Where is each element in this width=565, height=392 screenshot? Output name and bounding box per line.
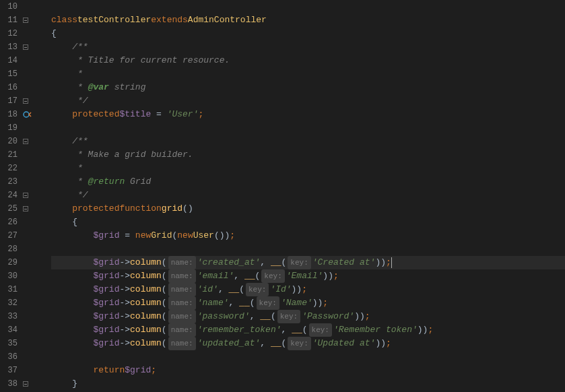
code-line[interactable]: * @var string bbox=[51, 81, 565, 94]
gutter-line[interactable]: 13 bbox=[0, 40, 48, 54]
fold-icon[interactable] bbox=[23, 98, 28, 104]
code-area[interactable]: class testController extends AdminContro… bbox=[48, 0, 565, 392]
param-hint: name: bbox=[168, 310, 196, 323]
code-line[interactable]: /** bbox=[51, 135, 565, 148]
gutter-line[interactable]: 28 bbox=[0, 242, 48, 256]
code-line[interactable]: $grid = new Grid(new User()); bbox=[51, 229, 565, 242]
gutter-line[interactable]: 11 bbox=[0, 13, 48, 27]
code-line[interactable]: * @return Grid bbox=[51, 175, 565, 189]
code-line[interactable]: return $grid; bbox=[51, 364, 565, 377]
gutter-line[interactable]: 16 bbox=[0, 81, 48, 94]
gutter-line[interactable]: 20 bbox=[0, 135, 48, 148]
fold-icon[interactable] bbox=[23, 193, 28, 198]
gutter-line[interactable]: 32 bbox=[0, 296, 48, 310]
gutter-line[interactable]: 15 bbox=[0, 67, 48, 81]
param-hint: key: bbox=[261, 269, 284, 283]
code-line[interactable]: */ bbox=[51, 94, 565, 108]
code-line[interactable]: class testController extends AdminContro… bbox=[51, 13, 565, 27]
code-line[interactable]: * bbox=[51, 162, 565, 175]
code-line[interactable] bbox=[51, 0, 565, 13]
caret-icon bbox=[391, 257, 392, 268]
code-line[interactable]: $grid->column(name:'remember_token', __(… bbox=[51, 323, 565, 337]
param-hint: key: bbox=[246, 283, 269, 296]
fold-icon[interactable] bbox=[23, 381, 28, 387]
code-line[interactable] bbox=[51, 350, 565, 364]
code-line[interactable]: $grid->column(name:'name', __(key:'Name'… bbox=[51, 296, 565, 310]
fold-icon[interactable] bbox=[23, 206, 28, 211]
fold-icon[interactable] bbox=[23, 18, 28, 23]
code-line[interactable] bbox=[51, 242, 565, 256]
gutter-line[interactable]: 26 bbox=[0, 216, 48, 229]
param-hint: name: bbox=[168, 296, 196, 310]
gutter-line[interactable]: 37 bbox=[0, 364, 48, 377]
gutter-marker-icon[interactable] bbox=[23, 110, 32, 119]
param-hint: key: bbox=[288, 337, 310, 350]
code-line[interactable]: $grid->column(name:'password', __(key:'P… bbox=[51, 310, 565, 323]
code-line[interactable]: protected function grid() bbox=[51, 202, 565, 216]
code-line[interactable] bbox=[51, 121, 565, 135]
param-hint: name: bbox=[168, 283, 196, 296]
code-line[interactable]: { bbox=[51, 216, 565, 229]
param-hint: key: bbox=[309, 323, 332, 337]
gutter-line[interactable]: 36 bbox=[0, 350, 48, 364]
gutter-line[interactable]: 18 bbox=[0, 108, 48, 121]
gutter-line[interactable]: 29 bbox=[0, 256, 48, 269]
code-line[interactable]: */ bbox=[51, 189, 565, 202]
gutter-line[interactable]: 23 bbox=[0, 175, 48, 189]
gutter-line[interactable]: 27 bbox=[0, 229, 48, 242]
gutter: 10 11 12 13 14 15 16 17 18 19 20 21 22 2… bbox=[0, 0, 48, 392]
gutter-line[interactable]: 38 bbox=[0, 377, 48, 391]
gutter-line[interactable]: 34 bbox=[0, 323, 48, 337]
gutter-line[interactable]: 31 bbox=[0, 283, 48, 296]
param-hint: name: bbox=[168, 256, 196, 269]
fold-icon[interactable] bbox=[23, 139, 28, 144]
gutter-line[interactable]: 30 bbox=[0, 269, 48, 283]
param-hint: name: bbox=[168, 269, 196, 283]
param-hint: key: bbox=[257, 296, 279, 310]
code-line[interactable]: * Title for current resource. bbox=[51, 54, 565, 67]
code-line[interactable]: $grid->column(name:'email', __(key:'Emai… bbox=[51, 269, 565, 283]
gutter-line[interactable]: 17 bbox=[0, 94, 48, 108]
gutter-line[interactable]: 12 bbox=[0, 27, 48, 40]
code-line-active[interactable]: $grid->column(name:'created_at', __(key:… bbox=[51, 256, 565, 269]
gutter-line[interactable]: 25 bbox=[0, 202, 48, 216]
gutter-line[interactable]: 35 bbox=[0, 337, 48, 350]
code-line[interactable]: $grid->column(name:'updated_at', __(key:… bbox=[51, 337, 565, 350]
code-line[interactable]: * Make a grid builder. bbox=[51, 148, 565, 162]
code-line[interactable]: * bbox=[51, 67, 565, 81]
gutter-line[interactable]: 33 bbox=[0, 310, 48, 323]
svg-point-0 bbox=[24, 112, 29, 117]
code-line[interactable]: } bbox=[51, 377, 565, 391]
gutter-line[interactable]: 24 bbox=[0, 189, 48, 202]
code-line[interactable]: protected $title = 'User'; bbox=[51, 108, 565, 121]
fold-icon[interactable] bbox=[23, 44, 28, 50]
gutter-line[interactable]: 21 bbox=[0, 148, 48, 162]
code-line[interactable]: $grid->column(name:'id', __(key:'Id')); bbox=[51, 283, 565, 296]
gutter-line[interactable]: 19 bbox=[0, 121, 48, 135]
param-hint: name: bbox=[168, 323, 196, 337]
param-hint: key: bbox=[288, 256, 310, 269]
param-hint: name: bbox=[168, 337, 196, 350]
param-hint: key: bbox=[277, 310, 300, 323]
gutter-line[interactable]: 14 bbox=[0, 54, 48, 67]
gutter-line[interactable]: 22 bbox=[0, 162, 48, 175]
gutter-line[interactable]: 10 bbox=[0, 0, 48, 13]
code-line[interactable]: /** bbox=[51, 40, 565, 54]
code-line[interactable]: { bbox=[51, 27, 565, 40]
